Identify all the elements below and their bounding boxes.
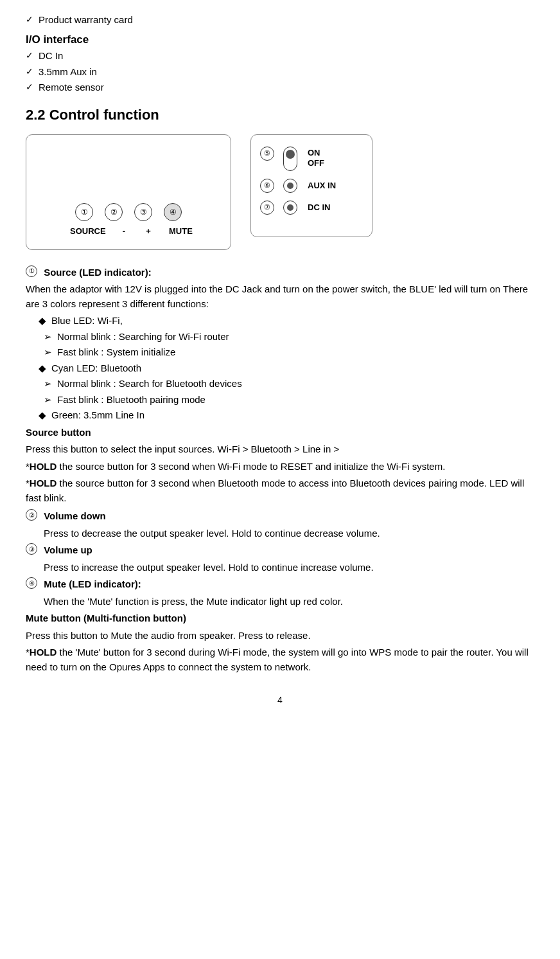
label-on: ON	[308, 148, 324, 159]
cyan-led-label: Cyan LED: Bluetooth	[51, 361, 141, 376]
arrow-icon-2: ➢	[44, 345, 52, 360]
arrow-icon: ➢	[44, 330, 52, 345]
control-3-label: Volume up	[41, 543, 92, 558]
label-mute: MUTE	[169, 225, 187, 238]
arrow-icon-4: ➢	[44, 393, 52, 408]
arrow-icon-3: ➢	[44, 377, 52, 391]
check-icon: ✓	[26, 49, 33, 62]
label-dc-in: DC IN	[308, 201, 330, 214]
aux-jack	[283, 179, 297, 193]
label-plus: +	[139, 225, 157, 238]
label-off: OFF	[308, 158, 324, 169]
control-2-text: Press to decrease the output speaker lev…	[44, 526, 534, 541]
circle-3: ③	[26, 543, 37, 555]
bullet-green-led: ◆ Green: 3.5mm Line In	[39, 408, 534, 423]
btn-volume-up: ③	[134, 203, 152, 221]
bullet-fast-blink-bt: ➢ Fast blink : Bluetooth pairing mode	[44, 393, 534, 408]
bullet-normal-blink-wifi: ➢ Normal blink : Searching for Wi-Fi rou…	[44, 330, 534, 345]
hold-mute-text: *HOLD the 'Mute' button for 3 second dur…	[26, 645, 534, 674]
bullet-blue-led: ◆ Blue LED: Wi-Fi,	[39, 314, 534, 328]
control-2: ② Volume down Press to decrease the outp…	[26, 509, 534, 541]
btn-mute: ④	[164, 203, 182, 221]
control-4-label: Mute (LED indicator):	[41, 577, 141, 592]
bullet-fast-blink-wifi: ➢ Fast blink : System initialize	[44, 345, 534, 360]
on-off-labels: ON OFF	[308, 148, 324, 170]
switch-row: ⑤ ON OFF	[260, 147, 324, 171]
source-button-text: Press this button to select the input so…	[26, 442, 534, 457]
control-1-label: Source (LED indicator):	[41, 265, 152, 280]
hold-text-2: *HOLD the source button for 3 second whe…	[26, 476, 534, 505]
fast-blink-bt-label: Fast blink : Bluetooth pairing mode	[57, 393, 206, 408]
jack-inner	[287, 183, 293, 189]
diagrams-row: ① ② ③ ④ SOURCE - + MUTE ⑤ ON OFF	[26, 134, 534, 250]
io-heading: I/O interface	[26, 31, 534, 48]
control-2-label: Volume down	[41, 509, 106, 524]
page-number: 4	[26, 694, 534, 707]
section-22-heading: 2.2 Control function	[26, 104, 534, 125]
control-1-intro: When the adaptor with 12V is plugged int…	[26, 282, 534, 311]
normal-blink-bt-label: Normal blink : Search for Bluetooth devi…	[57, 377, 242, 391]
label-minus: -	[115, 225, 133, 238]
circle-6: ⑥	[260, 179, 274, 193]
circle-2: ②	[26, 509, 37, 521]
control-2-heading-row: ② Volume down	[26, 509, 534, 524]
circle-5: ⑤	[260, 147, 274, 161]
switch-body	[283, 147, 297, 171]
control-4: ④ Mute (LED indicator): When the 'Mute' …	[26, 577, 534, 674]
aux-row: ⑥ AUX IN	[260, 179, 336, 193]
control-3-heading-row: ③ Volume up	[26, 543, 534, 558]
check-icon: ✓	[26, 13, 33, 26]
checklist-item-warranty: ✓ Product warranty card	[26, 13, 534, 28]
control-1: ① Source (LED indicator): When the adapt…	[26, 265, 534, 506]
diagram-left: ① ② ③ ④ SOURCE - + MUTE	[26, 134, 231, 250]
io-item-aux: ✓ 3.5mm Aux in	[26, 65, 534, 80]
jack-inner-2	[287, 204, 293, 211]
control-1-bold: Source (LED indicator):	[44, 267, 152, 278]
circle-4: ④	[26, 577, 37, 589]
diamond-icon: ◆	[39, 314, 46, 328]
dcin-row: ⑦ DC IN	[260, 201, 330, 215]
fast-blink-wifi-label: Fast blink : System initialize	[57, 345, 175, 360]
checklist-label: Product warranty card	[39, 13, 133, 28]
blue-led-label: Blue LED: Wi-Fi,	[51, 314, 123, 328]
bullet-cyan-led: ◆ Cyan LED: Bluetooth	[39, 361, 534, 376]
btn-volume-down: ②	[105, 203, 123, 221]
switch-knob	[286, 150, 295, 159]
control-4-heading-row: ④ Mute (LED indicator):	[26, 577, 534, 592]
label-aux-in: AUX IN	[308, 179, 336, 192]
green-led-label: Green: 3.5mm Line In	[51, 408, 144, 423]
mute-button-heading: Mute button (Multi-function button)	[26, 611, 534, 626]
dcin-jack	[283, 201, 297, 215]
io-item-remote: ✓ Remote sensor	[26, 80, 534, 95]
circle-1: ①	[26, 265, 37, 277]
hold-text-1: *HOLD the source button for 3 second whe…	[26, 460, 534, 474]
bullet-normal-blink-bt: ➢ Normal blink : Search for Bluetooth de…	[44, 377, 534, 391]
control-3-text: Press to increase the output speaker lev…	[44, 560, 534, 575]
control-1-heading-row: ① Source (LED indicator):	[26, 265, 534, 280]
diagram-right: ⑤ ON OFF ⑥ AUX IN ⑦ DC IN	[250, 134, 372, 237]
source-button-heading: Source button	[26, 426, 534, 440]
mute-button-text: Press this button to Mute the audio from…	[26, 629, 534, 643]
normal-blink-wifi-label: Normal blink : Searching for Wi-Fi route…	[57, 330, 229, 345]
io-item-dc: ✓ DC In	[26, 49, 534, 64]
control-3: ③ Volume up Press to increase the output…	[26, 543, 534, 575]
check-icon: ✓	[26, 80, 33, 94]
button-labels-row: SOURCE - + MUTE	[70, 225, 187, 238]
diamond-icon-3: ◆	[39, 408, 46, 423]
check-icon: ✓	[26, 65, 33, 78]
label-source: SOURCE	[70, 225, 103, 238]
buttons-row: ① ② ③ ④	[75, 203, 182, 221]
control-4-text: When the 'Mute' function is press, the M…	[44, 595, 534, 609]
diamond-icon-2: ◆	[39, 361, 46, 376]
circle-7: ⑦	[260, 201, 274, 215]
btn-source: ①	[75, 203, 93, 221]
